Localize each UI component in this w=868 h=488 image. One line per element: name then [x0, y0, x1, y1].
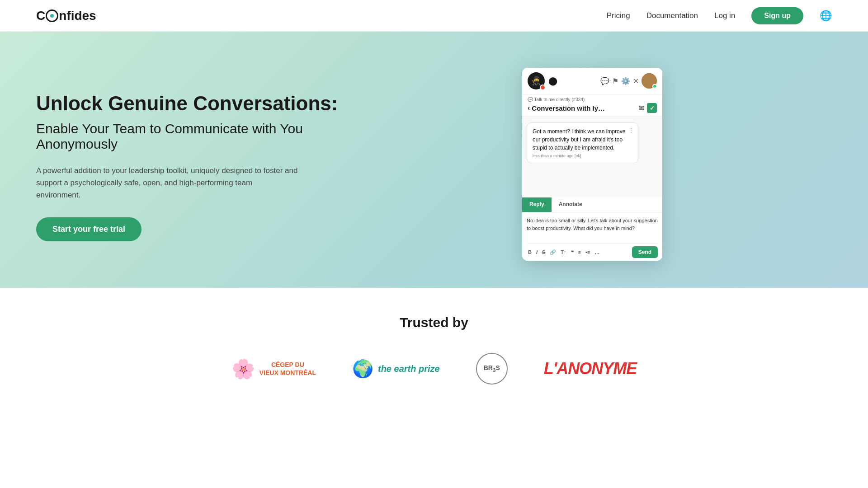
earth-prize-text: the earth prize	[378, 364, 440, 374]
reply-tab[interactable]: Reply	[522, 197, 552, 212]
chat-thread-label: 💬 Talk to me directly (#334)	[528, 97, 657, 102]
trial-button[interactable]: Start your free trial	[36, 217, 142, 241]
chat-header-left: 🥷 ⬤	[528, 72, 557, 89]
logos-row: 🌸 CÉGEP DUVIEUX MONTRÉAL 🌍 the earth pri…	[36, 353, 832, 385]
back-arrow-icon[interactable]: ‹	[528, 104, 530, 112]
user-avatar-wrapper	[642, 73, 657, 89]
envelope-icon[interactable]: ✉	[638, 104, 644, 113]
language-icon[interactable]: 🌐	[820, 10, 832, 22]
hero-content: Unlock Genuine Conversations: Enable You…	[36, 78, 353, 241]
chat-title-row: ‹ Conversation with Iy… ✉ ✓	[528, 103, 657, 113]
chat-bubble-icon[interactable]: 💬	[600, 77, 609, 85]
chat-messages: ⋮ Got a moment? I think we can improve o…	[522, 116, 662, 197]
check-green-icon[interactable]: ✓	[647, 103, 657, 113]
online-indicator	[652, 84, 657, 89]
pricing-link[interactable]: Pricing	[607, 11, 630, 20]
lanonymie-logo: L'ANONYME	[544, 359, 637, 378]
hero-section: Unlock Genuine Conversations: Enable You…	[0, 32, 868, 288]
hero-description: A powerful addition to your leadership t…	[36, 164, 298, 202]
send-button[interactable]: Send	[632, 246, 658, 258]
logo: C nfides	[36, 9, 96, 23]
hero-visual: 🥷 ⬤ 💬 ⚑ ⚙️ ✕	[353, 59, 832, 261]
conversation-title: Conversation with Iy…	[532, 104, 605, 112]
chat-subheader: 💬 Talk to me directly (#334) ‹ Conversat…	[522, 94, 662, 116]
reply-area: No idea is too small or silly. Let's tal…	[522, 212, 662, 261]
close-x-icon[interactable]: ✕	[633, 77, 639, 85]
hero-title: Unlock Genuine Conversations:	[36, 92, 353, 116]
annotate-tab[interactable]: Annotate	[552, 197, 590, 212]
signup-button[interactable]: Sign up	[751, 7, 803, 24]
reply-text-content[interactable]: No idea is too small or silly. Let's tal…	[527, 217, 658, 239]
trusted-title: Trusted by	[36, 315, 832, 330]
link-tool[interactable]: 🔗	[548, 249, 557, 256]
cegep-logo: 🌸 CÉGEP DUVIEUX MONTRÉAL	[231, 358, 316, 380]
earth-globe-icon: 🌍	[352, 359, 373, 379]
reply-tabs: Reply Annotate	[522, 197, 662, 212]
lanonymie-text: L'ANONYME	[544, 359, 637, 378]
reply-toolbar: B I S 🔗 T↑ ❝ ≡ •≡ … Send	[527, 243, 658, 258]
chat-subheader-actions: ✉ ✓	[638, 103, 657, 113]
documentation-link[interactable]: Documentation	[646, 11, 698, 20]
chat-header-dot-icon: ⬤	[548, 76, 557, 86]
logo-o-inner	[50, 14, 54, 18]
chat-header-icons: 💬 ⚑ ⚙️ ✕	[600, 73, 657, 89]
chat-mockup: 🥷 ⬤ 💬 ⚑ ⚙️ ✕	[522, 68, 662, 261]
italic-tool[interactable]: I	[535, 249, 539, 256]
message-bubble: ⋮ Got a moment? I think we can improve o…	[527, 122, 638, 163]
bullet-tool[interactable]: •≡	[584, 249, 591, 256]
logo-o-icon	[46, 9, 58, 22]
cegep-text: CÉGEP DUVIEUX MONTRÉAL	[259, 361, 316, 377]
bot-badge	[540, 84, 546, 90]
earth-prize-logo: 🌍 the earth prize	[352, 359, 440, 379]
header: C nfides Pricing Documentation Log in Si…	[0, 0, 868, 32]
tt-tool[interactable]: T↑	[559, 249, 567, 256]
hero-subtitle: Enable Your Team to Communicate with You…	[36, 121, 353, 152]
message-menu-icon[interactable]: ⋮	[628, 127, 634, 134]
strikethrough-tool[interactable]: S	[541, 249, 547, 256]
flag-icon[interactable]: ⚑	[612, 77, 618, 85]
quote-tool[interactable]: ❝	[570, 249, 575, 256]
bras-logo: BR3S	[476, 353, 508, 385]
trusted-section: Trusted by 🌸 CÉGEP DUVIEUX MONTRÉAL 🌍 th…	[0, 288, 868, 421]
bras-text: BR3S	[484, 364, 500, 373]
login-link[interactable]: Log in	[714, 11, 735, 20]
more-tools[interactable]: …	[593, 249, 601, 256]
message-text: Got a moment? I think we can improve our…	[533, 127, 632, 152]
cegep-flower-icon: 🌸	[231, 358, 255, 380]
chat-topbar: 🥷 ⬤ 💬 ⚑ ⚙️ ✕	[522, 68, 662, 94]
bold-tool[interactable]: B	[527, 249, 533, 256]
chat-title-with-back: ‹ Conversation with Iy…	[528, 104, 605, 112]
settings-icon[interactable]: ⚙️	[621, 77, 630, 85]
reply-format-tools: B I S 🔗 T↑ ❝ ≡ •≡ …	[527, 249, 601, 256]
navigation: Pricing Documentation Log in Sign up 🌐	[607, 7, 832, 24]
list-tool[interactable]: ≡	[577, 249, 582, 256]
message-meta: less than a minute ago [ok]	[533, 154, 632, 158]
bot-avatar: 🥷	[528, 72, 545, 89]
